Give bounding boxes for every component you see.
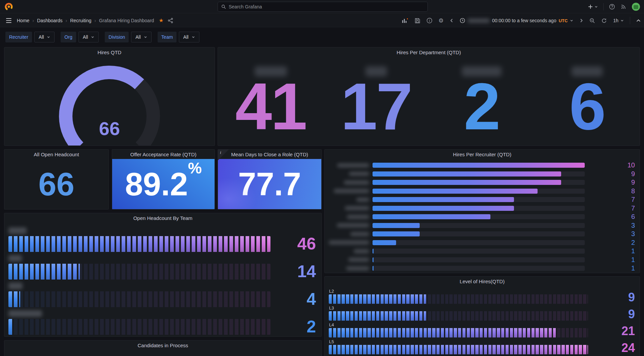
news-icon[interactable]	[620, 4, 626, 10]
recruiter-bar-row: 9	[325, 170, 640, 179]
panel-title[interactable]: Level of Hires(QTD)	[325, 277, 640, 286]
bar-track	[373, 214, 585, 219]
favorite-star-icon[interactable]: ★	[159, 17, 163, 24]
team-bar-row: 46	[4, 225, 321, 253]
dashboard-settings-icon[interactable]: ⚙	[439, 17, 444, 24]
dashboard-insights-icon[interactable]	[426, 18, 432, 24]
variable-value-dropdown[interactable]: All	[78, 32, 99, 42]
bar-value: 4	[276, 291, 316, 308]
variable-label[interactable]: Division	[105, 32, 129, 42]
time-shift-forward-icon[interactable]	[579, 19, 583, 23]
bar-fill	[8, 236, 270, 252]
top-nav-bar: Search Grafana	[0, 0, 644, 13]
team-bar-row: 2	[4, 308, 321, 336]
level-bar-row: L524	[325, 339, 640, 356]
user-avatar[interactable]	[632, 3, 640, 11]
bar-fill	[373, 223, 420, 228]
bar-value: 21	[605, 325, 635, 337]
chevron-down-icon	[570, 19, 573, 22]
bar-fill	[373, 180, 561, 185]
level-label: L4	[329, 322, 334, 327]
bar-fill	[373, 266, 374, 271]
bar-track	[373, 206, 585, 211]
add-panel-icon[interactable]	[402, 18, 409, 24]
refresh-interval-picker[interactable]: 1h	[613, 18, 624, 23]
help-icon[interactable]	[609, 4, 615, 10]
variable-filter: TeamAll	[158, 32, 199, 42]
recruiter-bar-row: 3	[325, 230, 640, 238]
mega-menu-toggle[interactable]	[6, 18, 11, 23]
panel-level-of-hires: Level of Hires(QTD) L29L39L421L524	[324, 276, 640, 356]
refresh-icon[interactable]	[601, 18, 607, 24]
panel-hires-per-department: Hires Per Department (QTD) 411726	[218, 47, 640, 146]
search-icon	[221, 4, 226, 9]
panel-title[interactable]: Hires Per Recruiter (QTD)	[325, 150, 640, 159]
variable-value-dropdown[interactable]: All	[34, 32, 55, 42]
team-name-redacted	[8, 310, 42, 317]
team-bar-row: 4	[4, 281, 321, 308]
search-placeholder: Search Grafana	[229, 4, 262, 9]
recruiter-bar-row: 3	[325, 221, 640, 230]
bar-value: 9	[605, 291, 635, 303]
breadcrumb-item[interactable]: Home	[17, 18, 29, 23]
chevron-down-icon	[47, 35, 50, 39]
breadcrumb-item[interactable]: Recruiting	[70, 18, 91, 23]
bar-fill	[373, 171, 561, 176]
bar-fill	[373, 206, 514, 211]
bar-track	[8, 236, 270, 252]
recruiter-name-redacted	[325, 206, 373, 210]
bar-value: 3	[585, 222, 640, 229]
bar-fill	[329, 345, 588, 354]
variable-value-dropdown[interactable]: All	[179, 32, 199, 42]
bar-value: 9	[585, 179, 640, 186]
bar-value: 7	[585, 204, 640, 212]
gauge-chart: 66	[4, 57, 215, 146]
search-input[interactable]: Search Grafana	[218, 2, 428, 12]
save-dashboard-icon[interactable]	[415, 18, 420, 24]
bar-value: 2	[585, 239, 640, 247]
bar-value: 46	[276, 235, 316, 252]
variable-filters: RecruiterAllOrgAllDivisionAllTeamAll	[5, 32, 199, 42]
bar-track	[329, 294, 588, 304]
collapse-toolbar-icon[interactable]	[636, 19, 641, 23]
variable-label[interactable]: Org	[61, 32, 76, 42]
recruiter-name-redacted	[325, 189, 373, 193]
bar-value: 1	[585, 256, 640, 264]
variable-label[interactable]: Team	[158, 32, 176, 42]
team-name-redacted	[8, 255, 22, 262]
department-stat-value: 2	[464, 74, 499, 140]
panel-info-corner-icon[interactable]: i	[218, 150, 229, 160]
time-range-picker[interactable]: 00:00:00 to a few seconds ago UTC	[460, 18, 573, 23]
recruiter-name-redacted	[325, 198, 373, 202]
breadcrumb-item[interactable]: Dashboards	[37, 18, 63, 23]
variable-filter: RecruiterAll	[5, 32, 55, 42]
refresh-interval-value: 1h	[613, 18, 618, 23]
panel-title[interactable]: All Open Headcount	[4, 150, 108, 159]
panel-title[interactable]: Offer Acceptance Rate (QTD)	[112, 150, 215, 159]
panel-title[interactable]: Mean Days to Close a Role (QTD)	[218, 150, 321, 159]
level-label: L2	[329, 289, 334, 294]
recruiter-name-redacted	[325, 172, 373, 176]
zoom-out-time-icon[interactable]	[589, 18, 595, 24]
bar-fill	[8, 264, 80, 280]
variable-label[interactable]: Recruiter	[5, 32, 32, 42]
department-stat: 2	[429, 57, 534, 145]
bar-value: 8	[585, 187, 640, 195]
add-new-button[interactable]	[588, 4, 598, 9]
grafana-logo[interactable]	[5, 3, 13, 11]
time-shift-back-icon[interactable]	[450, 19, 454, 23]
panel-title[interactable]: Hires QTD	[4, 47, 215, 57]
breadcrumb-item[interactable]: Grafana Hiring Dashboard	[99, 18, 154, 23]
bar-value: 1	[585, 247, 640, 255]
variable-value-dropdown[interactable]: All	[131, 32, 152, 42]
bar-track	[373, 189, 585, 194]
bar-track	[329, 311, 588, 321]
share-icon[interactable]	[168, 18, 173, 23]
panel-title[interactable]: Hires Per Department (QTD)	[218, 47, 640, 57]
chevron-down-icon	[192, 35, 195, 39]
recruiter-name-redacted	[325, 249, 373, 253]
panel-title[interactable]: Candidates in Process	[4, 341, 321, 350]
breadcrumb-separator: ›	[94, 18, 96, 23]
panel-title[interactable]: Open Headcount By Team	[4, 213, 321, 223]
team-bar-row: 14	[4, 253, 321, 281]
